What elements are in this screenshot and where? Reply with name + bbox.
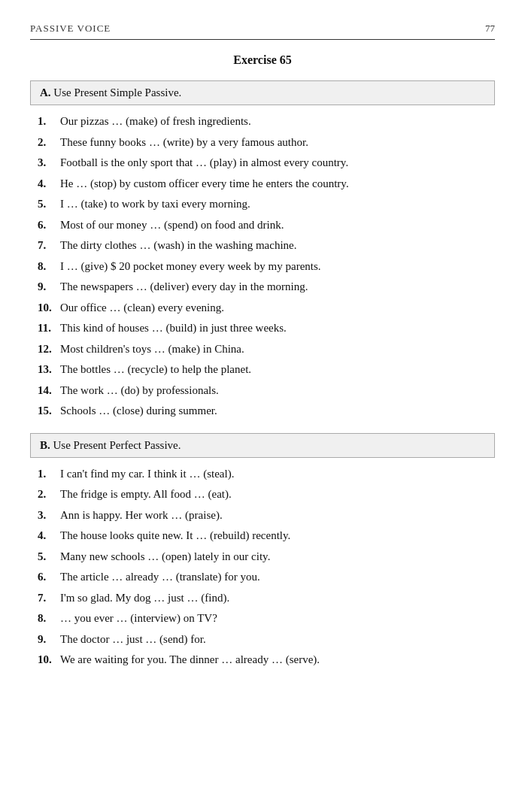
item-number: 13. bbox=[38, 361, 60, 378]
page-header: PASSIVE VOICE 77 bbox=[30, 23, 495, 40]
section-b-instruction: Use Present Perfect Passive. bbox=[53, 439, 181, 451]
item-number: 4. bbox=[38, 175, 60, 192]
item-text: I … (take) to work by taxi every morning… bbox=[60, 195, 495, 213]
list-item: 9.The doctor … just … (send) for. bbox=[38, 631, 495, 648]
section-a-header: A. Use Present Simple Passive. bbox=[30, 80, 495, 105]
item-text: The work … (do) by professionals. bbox=[60, 382, 495, 399]
item-text: The bottles … (recycle) to help the plan… bbox=[60, 361, 495, 378]
list-item: 8.… you ever … (interview) on TV? bbox=[38, 610, 495, 627]
item-number: 2. bbox=[38, 134, 60, 151]
item-text: The newspapers … (deliver) every day in … bbox=[60, 278, 495, 295]
item-text: Schools … (close) during summer. bbox=[60, 402, 495, 420]
section-b-label: B. bbox=[40, 439, 50, 451]
item-number: 8. bbox=[38, 610, 60, 627]
item-number: 12. bbox=[38, 341, 60, 358]
item-text: The fridge is empty. All food … (eat). bbox=[60, 486, 495, 503]
list-item: 3.Ann is happy. Her work … (praise). bbox=[38, 507, 495, 524]
item-text: Football is the only sport that … (play)… bbox=[60, 154, 495, 171]
item-number: 1. bbox=[38, 113, 60, 130]
item-text: Most of our money … (spend) on food and … bbox=[60, 217, 495, 234]
item-text: I'm so glad. My dog … just … (find). bbox=[60, 589, 495, 607]
list-item: 13.The bottles … (recycle) to help the p… bbox=[38, 361, 495, 378]
item-number: 1. bbox=[38, 465, 60, 483]
section-b-header: B. Use Present Perfect Passive. bbox=[30, 433, 495, 458]
list-item: 1.Our pizzas … (make) of fresh ingredien… bbox=[38, 113, 495, 130]
item-number: 9. bbox=[38, 278, 60, 295]
list-item: 7.I'm so glad. My dog … just … (find). bbox=[38, 589, 495, 607]
list-item: 2.These funny books … (write) by a very … bbox=[38, 134, 495, 151]
item-number: 10. bbox=[38, 651, 60, 668]
list-item: 15.Schools … (close) during summer. bbox=[38, 402, 495, 420]
item-number: 5. bbox=[38, 195, 60, 213]
section-b-list: 1.I can't find my car. I think it … (ste… bbox=[30, 465, 495, 668]
item-text: I can't find my car. I think it … (steal… bbox=[60, 465, 495, 483]
item-text: The dirty clothes … (wash) in the washin… bbox=[60, 237, 495, 254]
item-number: 9. bbox=[38, 631, 60, 648]
item-text: Our pizzas … (make) of fresh ingredients… bbox=[60, 113, 495, 130]
list-item: 4.He … (stop) by custom officer every ti… bbox=[38, 175, 495, 192]
item-number: 8. bbox=[38, 258, 60, 275]
list-item: 12.Most children's toys … (make) in Chin… bbox=[38, 341, 495, 358]
item-text: The house looks quite new. It … (rebuild… bbox=[60, 527, 495, 544]
item-number: 7. bbox=[38, 589, 60, 607]
section-a-label: A. bbox=[40, 86, 51, 98]
item-number: 5. bbox=[38, 548, 60, 565]
item-text: Our office … (clean) every evening. bbox=[60, 299, 495, 317]
item-number: 4. bbox=[38, 527, 60, 544]
item-text: This kind of houses … (build) in just th… bbox=[60, 320, 495, 337]
item-number: 3. bbox=[38, 507, 60, 524]
item-text: Ann is happy. Her work … (praise). bbox=[60, 507, 495, 524]
header-title: PASSIVE VOICE bbox=[30, 23, 111, 35]
item-number: 10. bbox=[38, 299, 60, 317]
exercise-title: Exercise 65 bbox=[30, 53, 495, 67]
list-item: 11.This kind of houses … (build) in just… bbox=[38, 320, 495, 337]
list-item: 4.The house looks quite new. It … (rebui… bbox=[38, 527, 495, 544]
list-item: 2.The fridge is empty. All food … (eat). bbox=[38, 486, 495, 503]
list-item: 6.The article … already … (translate) fo… bbox=[38, 568, 495, 586]
page: PASSIVE VOICE 77 Exercise 65 A. Use Pres… bbox=[0, 0, 525, 812]
list-item: 5.Many new schools … (open) lately in ou… bbox=[38, 548, 495, 565]
list-item: 7.The dirty clothes … (wash) in the wash… bbox=[38, 237, 495, 254]
list-item: 6.Most of our money … (spend) on food an… bbox=[38, 217, 495, 234]
item-text: The doctor … just … (send) for. bbox=[60, 631, 495, 648]
item-number: 3. bbox=[38, 154, 60, 171]
item-text: Many new schools … (open) lately in our … bbox=[60, 548, 495, 565]
item-number: 2. bbox=[38, 486, 60, 503]
list-item: 8.I … (give) $ 20 pocket money every wee… bbox=[38, 258, 495, 275]
item-number: 14. bbox=[38, 382, 60, 399]
item-number: 6. bbox=[38, 217, 60, 234]
list-item: 9.The newspapers … (deliver) every day i… bbox=[38, 278, 495, 295]
item-text: … you ever … (interview) on TV? bbox=[60, 610, 495, 627]
item-text: He … (stop) by custom officer every time… bbox=[60, 175, 495, 192]
item-text: I … (give) $ 20 pocket money every week … bbox=[60, 258, 495, 275]
list-item: 1.I can't find my car. I think it … (ste… bbox=[38, 465, 495, 483]
item-number: 7. bbox=[38, 237, 60, 254]
header-page: 77 bbox=[485, 23, 495, 35]
section-a-instruction: Use Present Simple Passive. bbox=[53, 86, 181, 98]
list-item: 10.We are waiting for you. The dinner … … bbox=[38, 651, 495, 668]
item-text: These funny books … (write) by a very fa… bbox=[60, 134, 495, 151]
section-a-list: 1.Our pizzas … (make) of fresh ingredien… bbox=[30, 113, 495, 420]
list-item: 3.Football is the only sport that … (pla… bbox=[38, 154, 495, 171]
list-item: 10.Our office … (clean) every evening. bbox=[38, 299, 495, 317]
list-item: 14.The work … (do) by professionals. bbox=[38, 382, 495, 399]
item-number: 15. bbox=[38, 402, 60, 420]
item-text: The article … already … (translate) for … bbox=[60, 568, 495, 586]
item-number: 6. bbox=[38, 568, 60, 586]
item-number: 11. bbox=[38, 320, 60, 337]
item-text: Most children's toys … (make) in China. bbox=[60, 341, 495, 358]
list-item: 5.I … (take) to work by taxi every morni… bbox=[38, 195, 495, 213]
item-text: We are waiting for you. The dinner … alr… bbox=[60, 651, 495, 668]
